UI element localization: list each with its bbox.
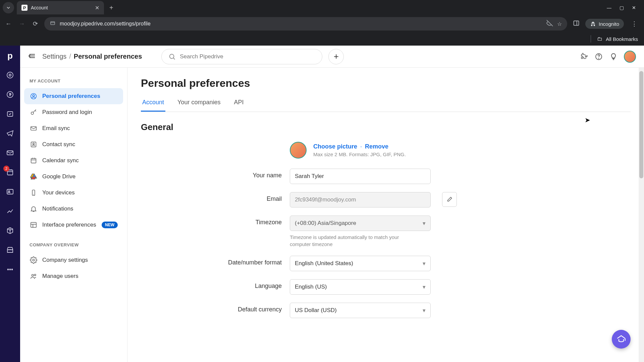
new-tab-button[interactable]: + [107, 3, 116, 13]
rail-mail-icon[interactable] [5, 148, 15, 158]
breadcrumb-root[interactable]: Settings [42, 53, 66, 60]
sidebar-item-calendar-sync[interactable]: Calendar sync [24, 153, 123, 169]
sidebar-item-company-settings[interactable]: Company settings [24, 252, 123, 268]
sidebar-item-google-drive[interactable]: Google Drive [24, 169, 123, 185]
sidebar-item-password-login[interactable]: Password and login [24, 104, 123, 120]
forward-button[interactable]: → [17, 20, 26, 27]
tab-account[interactable]: Account [141, 96, 165, 112]
collapse-sidebar-icon[interactable] [28, 52, 36, 61]
back-button[interactable]: ← [4, 20, 13, 27]
tips-icon[interactable] [609, 52, 618, 61]
search-input[interactable] [180, 53, 315, 60]
choose-picture-link[interactable]: Choose picture [313, 143, 357, 150]
mail-icon [30, 124, 38, 132]
all-bookmarks-link[interactable]: All Bookmarks [606, 36, 638, 42]
rail-insights-icon[interactable] [5, 206, 15, 216]
label-timezone: Timezone [141, 216, 282, 226]
sidebar-item-notifications[interactable]: Notifications [24, 201, 123, 217]
scrollbar-track[interactable] [639, 68, 644, 362]
sidebar-section-my-account: MY ACCOUNT [24, 76, 123, 88]
sidebar-item-label: Contact sync [42, 141, 75, 148]
section-general: General [141, 122, 631, 132]
side-panel-icon[interactable] [572, 20, 581, 28]
rail-focus-icon[interactable] [5, 70, 15, 80]
select-language[interactable]: English (US) ▾ [290, 279, 431, 295]
main-panel: Personal preferences Account Your compan… [127, 68, 644, 362]
calendar-icon [30, 157, 38, 165]
remove-picture-link[interactable]: Remove [365, 143, 388, 150]
rail-marketplace-icon[interactable] [5, 245, 15, 255]
maximize-icon[interactable]: ▢ [620, 5, 624, 10]
chevron-down-icon: ▾ [423, 284, 426, 291]
help-fab[interactable] [612, 330, 631, 349]
address-bar[interactable]: moodjoy.pipedrive.com/settings/profile ☆ [44, 17, 567, 31]
sidebar-item-label: Password and login [42, 109, 92, 116]
minimize-icon[interactable]: — [607, 5, 611, 10]
browser-tab[interactable]: P Account ✕ [17, 1, 104, 14]
incognito-badge[interactable]: Incognito [585, 19, 624, 29]
add-button[interactable]: + [328, 49, 344, 64]
sidebar-item-label: Personal preferences [42, 93, 100, 100]
scrollbar-thumb[interactable] [639, 71, 643, 178]
rail-projects-icon[interactable] [5, 109, 15, 119]
rail-campaigns-icon[interactable] [5, 129, 15, 138]
rail-contacts-icon[interactable] [5, 187, 15, 196]
breadcrumb-current: Personal preferences [74, 53, 142, 60]
svg-rect-31 [31, 159, 36, 163]
page-title: Personal preferences [141, 77, 631, 89]
svg-point-26 [33, 95, 35, 97]
form-row-language: Language English (US) ▾ [141, 279, 631, 295]
app-topbar: Settings / Personal preferences + [20, 46, 644, 68]
separator-dot: · [360, 143, 362, 150]
rail-activities-icon[interactable]: 2 [5, 168, 15, 177]
select-datefmt-value: English (United States) [295, 260, 353, 267]
svg-rect-2 [574, 21, 579, 25]
sidebar-item-label: Manage users [42, 273, 78, 280]
tab-search-button[interactable] [3, 2, 14, 13]
reload-button[interactable]: ⟳ [31, 20, 40, 27]
svg-point-16 [10, 269, 11, 270]
search-input-container[interactable] [161, 49, 322, 64]
select-currency[interactable]: US Dollar (USD) ▾ [290, 303, 431, 318]
svg-point-14 [8, 191, 10, 192]
app-main: Settings / Personal preferences + MY ACC… [20, 46, 644, 362]
input-your-name[interactable] [290, 169, 431, 184]
browser-menu-icon[interactable]: ⋮ [629, 20, 640, 27]
rail-more-icon[interactable] [5, 265, 15, 274]
user-circle-icon [30, 92, 38, 100]
tracking-icon[interactable] [546, 20, 553, 28]
sidebar-item-email-sync[interactable]: Email sync [24, 120, 123, 136]
select-timezone[interactable]: (+08:00) Asia/Singapore ▾ [290, 216, 431, 231]
bookmark-star-icon[interactable]: ☆ [557, 21, 562, 27]
input-email [290, 192, 431, 207]
breadcrumb-separator: / [69, 53, 71, 60]
sidebar-section-company: COMPANY OVERVIEW [24, 240, 123, 252]
svg-rect-13 [7, 189, 13, 194]
tab-api[interactable]: API [232, 96, 245, 112]
google-drive-icon [30, 173, 38, 181]
profile-avatar[interactable] [624, 51, 636, 63]
device-icon [30, 189, 38, 197]
form-row-timezone: Timezone (+08:00) Asia/Singapore ▾ Timez… [141, 216, 631, 248]
close-window-icon[interactable]: ✕ [632, 5, 636, 10]
extensions-icon[interactable] [580, 52, 588, 61]
users-icon [30, 272, 38, 280]
sidebar-item-your-devices[interactable]: Your devices [24, 185, 123, 201]
site-info-icon[interactable] [50, 20, 56, 27]
rail-deals-icon[interactable] [5, 90, 15, 99]
folder-icon: 🗀 [597, 36, 602, 42]
sidebar-item-contact-sync[interactable]: Contact sync [24, 136, 123, 153]
select-datefmt[interactable]: English (United States) ▾ [290, 256, 431, 271]
svg-line-22 [173, 58, 175, 59]
help-icon[interactable] [594, 52, 603, 61]
url-text: moodjoy.pipedrive.com/settings/profile [60, 21, 542, 27]
tab-your-companies[interactable]: Your companies [176, 96, 222, 112]
pipedrive-logo[interactable]: p [5, 51, 15, 60]
sidebar-item-personal-preferences[interactable]: Personal preferences [24, 88, 123, 104]
label-email: Email [141, 192, 282, 202]
tab-close-icon[interactable]: ✕ [95, 5, 99, 11]
sidebar-item-interface-preferences[interactable]: Interface preferences NEW [24, 217, 123, 233]
edit-email-button[interactable] [442, 192, 457, 207]
sidebar-item-manage-users[interactable]: Manage users [24, 268, 123, 284]
rail-products-icon[interactable] [5, 226, 15, 235]
